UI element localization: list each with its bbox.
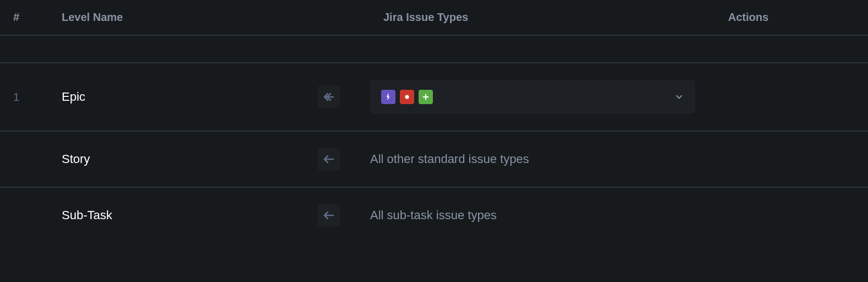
arrow-left-icon — [322, 153, 335, 166]
improvement-icon — [419, 90, 433, 104]
header-level-name: Level Name — [62, 11, 318, 24]
table-row: 1 Epic — [0, 63, 868, 132]
issue-type-icons — [381, 90, 433, 104]
spacer-row — [0, 36, 868, 63]
level-name: Story — [62, 152, 318, 166]
hierarchy-table: # Level Name Jira Issue Types Actions 1 … — [0, 0, 868, 243]
table-row: Story All other standard issue types — [0, 132, 868, 188]
epic-icon — [381, 90, 395, 104]
level-name: Epic — [62, 90, 318, 104]
arrow-cell — [318, 86, 370, 108]
move-button[interactable] — [318, 86, 340, 108]
arrow-cell — [318, 148, 370, 170]
header-num: # — [13, 11, 62, 24]
types-text: All other standard issue types — [370, 152, 728, 166]
issue-types-dropdown[interactable] — [370, 80, 695, 114]
types-cell — [370, 80, 728, 114]
level-name: Sub-Task — [62, 208, 318, 223]
row-number: 1 — [13, 91, 62, 104]
table-header-row: # Level Name Jira Issue Types Actions — [0, 0, 868, 36]
bug-icon — [400, 90, 414, 104]
types-text: All sub-task issue types — [370, 208, 728, 223]
arrow-cell — [318, 204, 370, 226]
table-row: Sub-Task All sub-task issue types — [0, 188, 868, 243]
chevron-down-icon — [674, 92, 684, 102]
svg-point-0 — [405, 95, 409, 99]
header-actions: Actions — [728, 11, 855, 24]
move-button[interactable] — [318, 204, 340, 226]
arrow-left-icon — [322, 90, 335, 104]
move-button[interactable] — [318, 148, 340, 170]
header-issue-types: Jira Issue Types — [370, 11, 728, 24]
arrow-left-icon — [322, 209, 335, 222]
